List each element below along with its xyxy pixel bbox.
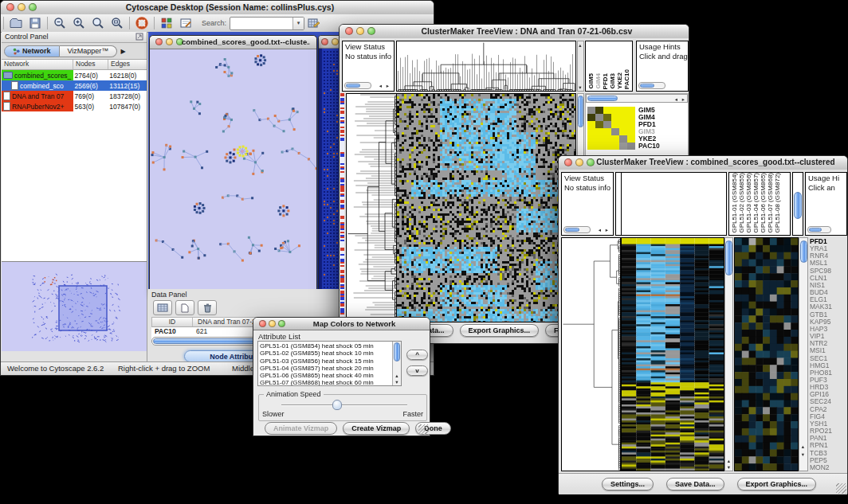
list-vscrollbar[interactable]: ▴ ▾ [392, 342, 401, 385]
zoom-vscrollbar[interactable]: ▴ ▾ [799, 237, 808, 471]
column-dendrogram-canvas[interactable] [397, 41, 575, 91]
close-button[interactable] [259, 320, 266, 327]
zoom-out-icon[interactable] [50, 15, 69, 31]
tab-vizmapper[interactable]: VizMapper™ [60, 45, 118, 57]
heatmap-canvas[interactable] [397, 94, 575, 322]
birdseye-canvas[interactable] [2, 262, 146, 350]
scrollbar-thumb[interactable] [578, 96, 583, 127]
minimize-button[interactable] [356, 27, 364, 35]
column-label[interactable]: GPL51-04 (GSM857) [752, 173, 760, 233]
column-label[interactable]: GPL51-02 (GSM855) [738, 173, 745, 233]
birdseye-view-panel[interactable] [2, 261, 147, 351]
column-label[interactable]: GPL51-01 (GSM854) [731, 173, 738, 233]
move-up-button[interactable]: ^ [406, 350, 428, 360]
scroll-up-arrow[interactable]: ▴ [799, 443, 807, 449]
annotation-icon[interactable] [176, 15, 195, 31]
dialog-titlebar[interactable]: Map Colors to Network [253, 318, 430, 330]
scrollbar-thumb[interactable] [640, 84, 654, 88]
export-graphics-button[interactable]: Export Graphics... [737, 478, 817, 490]
scrollbar-thumb[interactable] [725, 240, 732, 275]
column-label[interactable]: GIM4 [595, 73, 602, 89]
zoom-button[interactable] [278, 320, 285, 327]
zoom-in-icon[interactable] [69, 15, 88, 31]
column-label[interactable]: GPL51-07 (GSM868) [767, 173, 774, 233]
scrollbar-thumb[interactable] [394, 342, 400, 361]
scroll-up-arrow[interactable]: ▴ [725, 458, 732, 463]
resize-grip[interactable] [836, 483, 846, 494]
attribute-list-item[interactable]: GPL51-02 (GSM855) heat shock 10 min [258, 350, 392, 357]
network-list-row[interactable]: DNA and Tran 07769(0)183728(0) [2, 91, 147, 101]
search-field[interactable]: ▾ [230, 17, 304, 30]
heatmap-canvas[interactable] [622, 238, 724, 471]
scrollbar-thumb[interactable] [346, 84, 360, 88]
tab-network[interactable]: Network [4, 45, 60, 57]
help-lifering-icon[interactable] [132, 15, 151, 31]
column-label[interactable]: GPL51-08 (GSM872) [774, 173, 781, 233]
column-edges[interactable]: Edges [108, 60, 147, 69]
zoom-heatmap-canvas[interactable] [587, 107, 635, 150]
column-label[interactable]: GPL51-06 (GSM865) [760, 173, 767, 233]
scroll-right-arrow[interactable]: ▸ [384, 83, 391, 88]
scroll-left-arrow[interactable]: ◂ [596, 227, 603, 232]
main-titlebar[interactable]: Cytoscape Desktop (Session Name: collins… [1, 1, 434, 15]
attribute-list-item[interactable]: GPL51-01 (GSM854) heat shock 05 min [258, 342, 392, 350]
panel-hscrollbar[interactable] [807, 226, 831, 233]
panel-hscrollbar[interactable] [638, 82, 665, 89]
scrollbar-thumb[interactable] [809, 228, 822, 232]
panel-hscrollbar[interactable] [563, 226, 591, 233]
row-label[interactable]: PAC10 [638, 143, 660, 150]
column-network[interactable]: Network [2, 60, 73, 69]
scrollbar-thumb[interactable] [794, 192, 802, 219]
column-id[interactable]: ID [152, 318, 192, 326]
close-button[interactable] [345, 27, 353, 35]
scrollbar-thumb[interactable] [565, 228, 579, 232]
scrollbar-thumb[interactable] [800, 240, 807, 263]
open-file-button[interactable] [6, 15, 26, 31]
attribute-listbox[interactable]: GPL51-01 (GSM854) heat shock 05 minGPL51… [257, 341, 402, 386]
save-data-button[interactable]: Save Data... [666, 478, 724, 490]
treeview1-titlebar[interactable]: ClusterMaker TreeView : DNA and Tran 07-… [340, 25, 689, 39]
gene-label[interactable]: MON2 [810, 464, 847, 471]
labels-vscrollbar[interactable] [792, 172, 803, 236]
window-controls[interactable] [259, 320, 285, 327]
tab-overflow-arrow[interactable]: ▶ [120, 48, 125, 55]
attribute-list-item[interactable]: GPL51-03 (GSM856) heat shock 15 min [258, 357, 392, 365]
row-dendrogram-canvas[interactable] [562, 238, 620, 471]
delete-attribute-button[interactable] [198, 300, 217, 315]
attribute-list-item[interactable]: GPL51-04 (GSM857) heat shock 20 min [258, 365, 392, 372]
close-button[interactable] [6, 3, 14, 11]
search-input[interactable] [230, 18, 292, 28]
save-button[interactable] [26, 15, 45, 31]
network-window-titlebar[interactable]: combined_scores_good.txt--cluste... [150, 36, 316, 49]
minimize-button[interactable] [332, 38, 339, 45]
column-label[interactable]: PFD1 [602, 73, 609, 89]
scroll-up-arrow[interactable]: ▴ [577, 42, 583, 48]
network-list-row[interactable]: combined_scores_2764(0)16218(0) [2, 70, 147, 80]
float-panel-icon[interactable] [135, 33, 143, 41]
speed-slider-thumb[interactable] [332, 400, 342, 410]
column-label[interactable]: YKE2 [616, 72, 623, 89]
new-attribute-button[interactable] [175, 300, 194, 315]
attribute-list-item[interactable]: GPL51-06 (GSM865) heat shock 40 min [258, 372, 392, 379]
zoom-heatmap-canvas[interactable] [735, 238, 798, 471]
search-dropdown-button[interactable]: ▾ [292, 18, 304, 29]
close-button[interactable] [321, 38, 328, 45]
speed-slider-track[interactable] [281, 404, 407, 406]
minimize-button[interactable] [269, 320, 276, 327]
scroll-down-arrow[interactable]: ▾ [725, 464, 732, 470]
settings-button[interactable]: Settings... [602, 478, 654, 490]
network-list-row[interactable]: combined_sco2569(6)13112(15) [2, 80, 147, 91]
scroll-right-arrow[interactable]: ▸ [680, 96, 687, 102]
minimize-button[interactable] [575, 158, 583, 166]
column-label[interactable]: GPL51-03 (GSM856) [745, 173, 752, 233]
treeview2-titlebar[interactable]: ClusterMaker TreeView : combined_scores_… [559, 156, 847, 170]
resize-grip[interactable] [418, 424, 429, 435]
heatmap-vscrollbar[interactable]: ▴ ▾ [724, 237, 733, 471]
scroll-left-arrow[interactable]: ◂ [377, 83, 384, 88]
scroll-right-arrow[interactable]: ▸ [603, 227, 610, 232]
scroll-up-arrow[interactable]: ▴ [393, 373, 401, 378]
scrollbar-thumb[interactable] [587, 96, 618, 101]
vizmapper-palette-icon[interactable] [157, 15, 176, 31]
scroll-down-arrow[interactable]: ▾ [393, 379, 401, 385]
network-list-row[interactable]: RNAPuberNov2+563(0)107847(0) [2, 101, 147, 111]
